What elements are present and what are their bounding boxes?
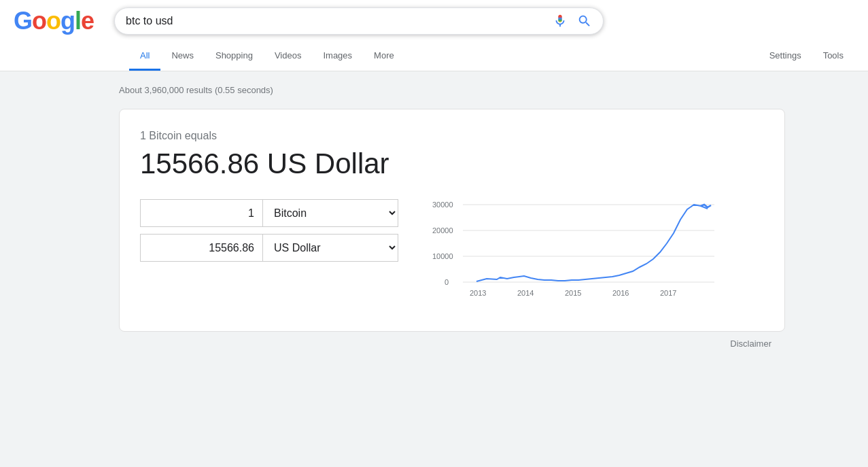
svg-text:0: 0 — [445, 278, 449, 286]
chart-area: 30000 20000 10000 0 2013 2014 2015 2016 … — [432, 199, 764, 311]
svg-text:2014: 2014 — [517, 289, 534, 297]
amount-input-1[interactable] — [140, 199, 262, 227]
svg-text:2013: 2013 — [470, 289, 486, 297]
main-content: About 3,960,000 results (0.55 seconds) 1… — [0, 71, 868, 362]
nav-right: Settings Tools — [759, 42, 854, 71]
currency-select-2[interactable]: US Dollar Euro British Pound — [262, 234, 398, 262]
tab-videos[interactable]: Videos — [264, 42, 313, 71]
converter-body: Bitcoin Ethereum Litecoin US Dollar Euro… — [140, 199, 764, 311]
svg-text:30000: 30000 — [432, 201, 453, 209]
nav-tabs: All News Shopping Videos Images More Set… — [14, 42, 854, 71]
results-count: About 3,960,000 results (0.55 seconds) — [119, 85, 854, 95]
tab-shopping[interactable]: Shopping — [205, 42, 264, 71]
converter-card: 1 Bitcoin equals 15566.86 US Dollar Bitc… — [119, 109, 785, 332]
currency-select-1[interactable]: Bitcoin Ethereum Litecoin — [262, 199, 398, 227]
tab-more[interactable]: More — [363, 42, 405, 71]
mic-icon[interactable] — [553, 14, 568, 29]
svg-text:2017: 2017 — [660, 289, 676, 297]
header: Google — [0, 0, 868, 71]
tab-images[interactable]: Images — [312, 42, 363, 71]
svg-text:2015: 2015 — [565, 289, 581, 297]
converter-inputs: Bitcoin Ethereum Litecoin US Dollar Euro… — [140, 199, 398, 262]
search-input[interactable] — [126, 15, 553, 27]
tab-news[interactable]: News — [160, 42, 205, 71]
input-row-2: US Dollar Euro British Pound — [140, 234, 398, 262]
tab-settings[interactable]: Settings — [759, 42, 812, 71]
svg-text:2016: 2016 — [612, 289, 629, 297]
amount-input-2[interactable] — [140, 234, 262, 262]
conversion-result: 15566.86 US Dollar — [140, 148, 764, 180]
tab-all[interactable]: All — [129, 42, 160, 71]
header-top: Google — [14, 7, 854, 42]
price-chart: 30000 20000 10000 0 2013 2014 2015 2016 … — [432, 199, 718, 308]
equals-text: 1 Bitcoin equals — [140, 130, 764, 142]
search-box — [114, 7, 604, 35]
disclaimer: Disclaimer — [119, 332, 785, 349]
tab-tools[interactable]: Tools — [812, 42, 854, 71]
search-icon[interactable] — [577, 14, 592, 29]
search-icons — [553, 14, 592, 29]
input-row-1: Bitcoin Ethereum Litecoin — [140, 199, 398, 227]
svg-text:10000: 10000 — [432, 252, 453, 260]
svg-text:20000: 20000 — [432, 226, 453, 235]
google-logo[interactable]: Google — [14, 7, 94, 35]
